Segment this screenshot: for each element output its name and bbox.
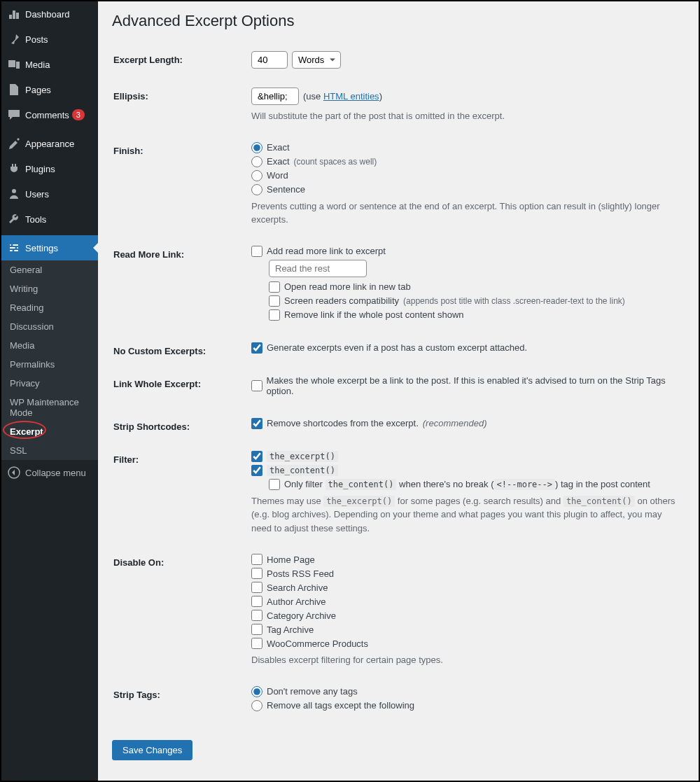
- label: Plugins: [25, 164, 55, 174]
- plugins-icon: [7, 162, 21, 176]
- ellipsis-hint: (use HTML entities): [303, 91, 382, 102]
- svg-point-0: [12, 189, 16, 193]
- label: Screen readers compatibility: [284, 295, 399, 306]
- filter-excerpt-checkbox[interactable]: [251, 451, 262, 462]
- filter-desc: Themes may use the_excerpt() for some pa…: [251, 494, 683, 536]
- label: Author Archive: [267, 596, 326, 607]
- label: Comments: [25, 110, 69, 120]
- add-read-more-checkbox[interactable]: [251, 246, 262, 257]
- sidebar-item-dashboard[interactable]: Dashboard: [1, 1, 98, 27]
- sidebar-item-comments[interactable]: Comments3: [1, 102, 98, 131]
- disable-author-checkbox[interactable]: [251, 596, 262, 607]
- excerpt-length-input[interactable]: [251, 51, 288, 69]
- submenu-writing[interactable]: Writing: [1, 279, 98, 298]
- disable-home-checkbox[interactable]: [251, 554, 262, 565]
- label: Add read more link to excerpt: [267, 246, 386, 256]
- read-more-sr-checkbox[interactable]: [269, 295, 280, 307]
- svg-point-2: [15, 247, 18, 249]
- submenu-wp-maintenance[interactable]: WP Maintenance Mode: [1, 393, 98, 422]
- label: Exact: [267, 142, 290, 153]
- settings-submenu: General Writing Reading Discussion Media…: [1, 260, 98, 460]
- sidebar-item-settings[interactable]: Settings: [1, 235, 98, 260]
- disable-tag-checkbox[interactable]: [251, 624, 262, 635]
- pin-icon: [7, 32, 21, 46]
- finish-exact-radio[interactable]: [251, 142, 262, 153]
- finish-sentence-radio[interactable]: [251, 184, 262, 195]
- users-icon: [7, 187, 21, 201]
- submenu-permalinks[interactable]: Permalinks: [1, 355, 98, 374]
- svg-point-1: [11, 244, 13, 246]
- filter-content-checkbox[interactable]: [251, 465, 262, 476]
- link-whole-checkbox[interactable]: [251, 380, 262, 391]
- label: Collapse menu: [25, 468, 86, 478]
- label: Only filter the_content() when there's n…: [284, 479, 650, 489]
- label: Don't remove any tags: [267, 686, 358, 697]
- sidebar-item-appearance[interactable]: Appearance: [1, 131, 98, 156]
- label: Remove shortcodes from the excerpt.: [267, 418, 419, 428]
- finish-word-radio[interactable]: [251, 170, 262, 181]
- read-more-newtab-checkbox[interactable]: [269, 281, 280, 293]
- label: Settings: [25, 243, 58, 253]
- sidebar-item-media[interactable]: Media: [1, 52, 98, 77]
- read-more-remove-checkbox[interactable]: [269, 309, 280, 321]
- finish-label: Finish:: [113, 135, 250, 237]
- appearance-icon: [7, 137, 21, 151]
- submenu-excerpt[interactable]: Excerpt: [1, 422, 98, 441]
- filter-only-nobreak-checkbox[interactable]: [269, 479, 280, 490]
- sidebar-item-posts[interactable]: Posts: [1, 27, 98, 52]
- filter-label: Filter:: [113, 444, 250, 546]
- label: the_excerpt(): [267, 451, 338, 462]
- label: Posts RSS Feed: [267, 568, 334, 579]
- strip-shortcodes-label: Strip Shortcodes:: [113, 411, 250, 442]
- svg-point-3: [13, 250, 15, 252]
- label: WooCommerce Products: [267, 638, 368, 649]
- label: Generate excerpts even if a post has a c…: [267, 342, 527, 353]
- disable-on-desc: Disables excerpt filtering for certain p…: [251, 653, 683, 667]
- submenu-discussion[interactable]: Discussion: [1, 317, 98, 336]
- strip-shortcodes-checkbox[interactable]: [251, 418, 262, 429]
- admin-sidebar: Dashboard Posts Media Pages Comments3 Ap…: [1, 1, 98, 781]
- strip-none-radio[interactable]: [251, 686, 262, 697]
- save-changes-button[interactable]: Save Changes: [112, 740, 192, 760]
- label: Home Page: [267, 554, 315, 565]
- html-entities-link[interactable]: HTML entities: [323, 91, 379, 102]
- ellipsis-input[interactable]: [251, 88, 299, 105]
- label: Tag Archive: [267, 624, 314, 635]
- submenu-general[interactable]: General: [1, 260, 98, 279]
- finish-exact-spaces-radio[interactable]: [251, 156, 262, 167]
- label: Posts: [25, 34, 48, 45]
- strip-except-radio[interactable]: [251, 700, 262, 711]
- label: Media: [25, 60, 50, 70]
- no-custom-checkbox[interactable]: [251, 342, 262, 354]
- pages-icon: [7, 83, 21, 97]
- sidebar-item-plugins[interactable]: Plugins: [1, 156, 98, 181]
- collapse-menu-button[interactable]: Collapse menu: [1, 460, 98, 485]
- disable-category-checkbox[interactable]: [251, 610, 262, 621]
- sidebar-item-users[interactable]: Users: [1, 181, 98, 207]
- label: Remove link if the whole post content sh…: [284, 309, 464, 320]
- label: Dashboard: [25, 9, 70, 20]
- submenu-media[interactable]: Media: [1, 336, 98, 355]
- label: Exact: [267, 156, 290, 167]
- label: Tools: [25, 214, 46, 225]
- no-custom-label: No Custom Excerpts:: [113, 335, 250, 367]
- comments-icon: [7, 108, 21, 122]
- page-title: Advanced Excerpt Options: [112, 12, 685, 30]
- tools-icon: [7, 212, 21, 226]
- sidebar-item-pages[interactable]: Pages: [1, 77, 98, 102]
- excerpt-length-unit-select[interactable]: Words: [292, 51, 341, 69]
- label: Sentence: [267, 184, 305, 195]
- read-more-text-input[interactable]: [269, 260, 367, 277]
- disable-search-checkbox[interactable]: [251, 582, 262, 593]
- disable-woocommerce-checkbox[interactable]: [251, 638, 262, 649]
- submenu-reading[interactable]: Reading: [1, 298, 98, 317]
- sidebar-item-tools[interactable]: Tools: [1, 207, 98, 235]
- submenu-ssl[interactable]: SSL: [1, 441, 98, 460]
- label: Users: [25, 189, 49, 200]
- excerpt-length-label: Excerpt Length:: [113, 44, 250, 79]
- strip-tags-label: Strip Tags:: [113, 679, 250, 725]
- submenu-privacy[interactable]: Privacy: [1, 374, 98, 393]
- ellipsis-label: Ellipsis:: [113, 81, 250, 134]
- disable-rss-checkbox[interactable]: [251, 568, 262, 579]
- link-whole-label: Link Whole Excerpt:: [113, 368, 250, 410]
